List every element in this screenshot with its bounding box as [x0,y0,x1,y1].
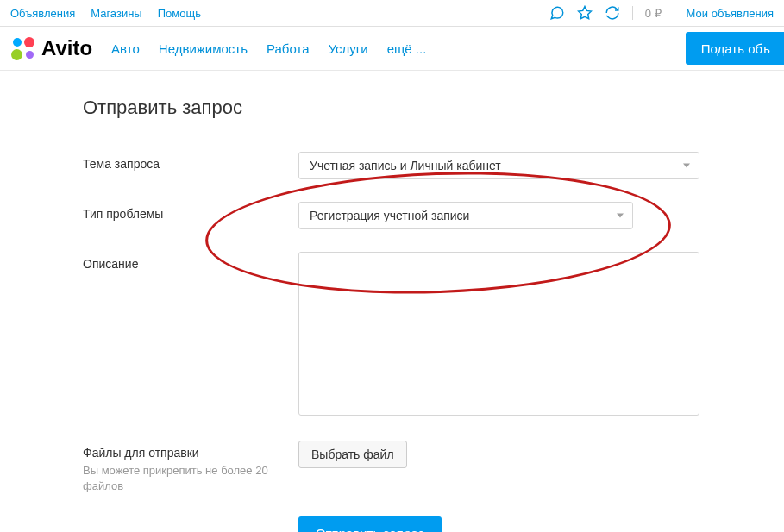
post-ad-button[interactable]: Подать объ [686,32,784,65]
nav-auto[interactable]: Авто [111,41,140,56]
nav-jobs[interactable]: Работа [267,41,310,56]
topbar-left: Объявления Магазины Помощь [10,7,201,20]
my-ads-link[interactable]: Мои объявления [687,7,774,20]
favorites-icon[interactable] [577,5,593,21]
content: Отправить запрос Тема запроса Учетная за… [0,71,784,532]
topbar-link-help[interactable]: Помощь [158,7,201,20]
select-topic-value: Учетная запись и Личный кабинет [310,159,501,172]
separator [674,6,674,20]
topbar-right: 0 ₽ Мои объявления [549,5,774,21]
nav-more[interactable]: ещё ... [387,41,427,56]
topbar-link-ads[interactable]: Объявления [10,7,75,20]
balance[interactable]: 0 ₽ [645,7,662,20]
messages-icon[interactable] [549,5,565,21]
logo[interactable]: Avito [10,35,92,61]
row-files: Файлы для отправки Вы можете прикрепить … [83,441,784,494]
choose-file-button[interactable]: Выбрать файл [298,441,407,468]
page-title: Отправить запрос [83,97,784,119]
topbar: Объявления Магазины Помощь 0 ₽ Мои объяв… [0,0,784,27]
row-topic: Тема запроса Учетная запись и Личный каб… [83,152,784,179]
chevron-down-icon [683,164,690,168]
logo-text: Avito [41,36,92,60]
label-description: Описание [83,252,298,418]
nav-realty[interactable]: Недвижимость [159,41,248,56]
label-type: Тип проблемы [83,202,298,229]
svg-marker-0 [578,7,591,19]
description-textarea[interactable] [298,252,699,416]
nav-links: Авто Недвижимость Работа Услуги ещё ... [111,41,426,56]
logo-icon [10,35,36,61]
files-hint: Вы можете прикрепить не более 20 файлов [83,463,298,494]
separator [632,6,633,20]
select-type-value: Регистрация учетной записи [310,209,469,222]
submit-button[interactable]: Отправить запрос [298,516,442,532]
topbar-link-shops[interactable]: Магазины [91,7,142,20]
row-description: Описание [83,252,784,418]
row-submit: Отправить запрос [83,516,784,532]
chevron-down-icon [617,214,624,218]
select-type[interactable]: Регистрация учетной записи [298,202,633,229]
label-files: Файлы для отправки Вы можете прикрепить … [83,441,298,494]
refresh-icon[interactable] [605,5,620,21]
navbar: Avito Авто Недвижимость Работа Услуги ещ… [0,27,784,71]
label-topic: Тема запроса [83,152,298,179]
row-type: Тип проблемы Регистрация учетной записи [83,202,784,229]
select-topic[interactable]: Учетная запись и Личный кабинет [298,152,699,179]
nav-services[interactable]: Услуги [329,41,368,56]
files-label-text: Файлы для отправки [83,446,298,460]
